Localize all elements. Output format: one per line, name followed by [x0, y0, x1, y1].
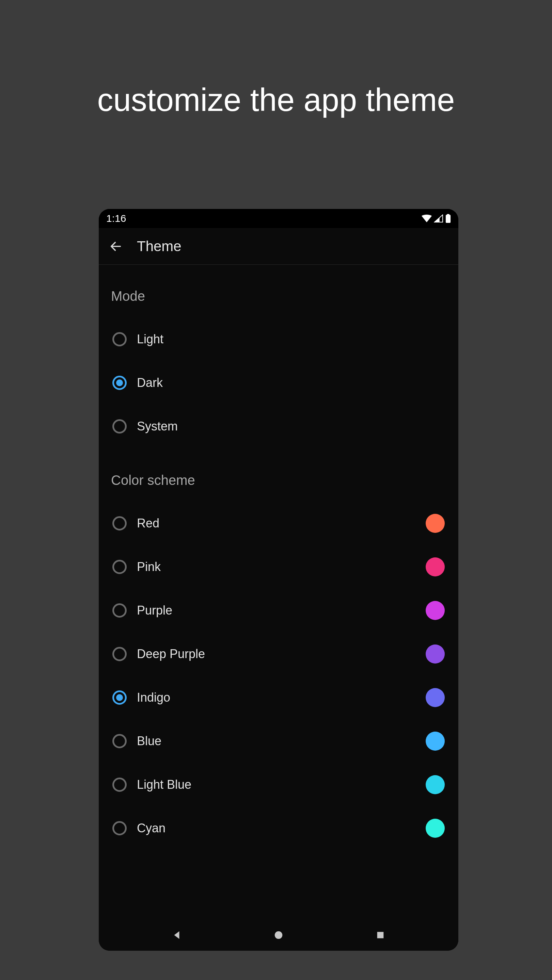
color-swatch — [426, 775, 445, 794]
color-option-label: Blue — [137, 734, 426, 748]
wifi-icon — [421, 215, 432, 223]
color-swatch — [426, 557, 445, 576]
mode-option-light[interactable]: Light — [99, 318, 458, 361]
mode-option-label: Dark — [137, 375, 445, 390]
radio-icon — [112, 734, 127, 748]
color-option-purple[interactable]: Purple — [99, 589, 458, 632]
radio-icon — [112, 332, 127, 347]
android-nav-bar — [99, 920, 458, 951]
color-option-label: Purple — [137, 603, 426, 617]
svg-point-2 — [275, 931, 282, 939]
cellular-icon — [434, 215, 444, 223]
color-option-red[interactable]: Red — [99, 501, 458, 545]
color-option-blue[interactable]: Blue — [99, 719, 458, 763]
arrow-left-icon — [109, 240, 123, 253]
radio-icon — [112, 778, 127, 792]
radio-icon — [112, 419, 127, 434]
nav-back-button[interactable] — [166, 925, 187, 945]
color-option-label: Pink — [137, 560, 426, 574]
battery-icon — [445, 214, 451, 223]
radio-icon — [112, 821, 127, 835]
color-option-label: Deep Purple — [137, 647, 426, 661]
radio-icon — [112, 603, 127, 617]
app-bar: Theme — [99, 228, 458, 265]
color-option-label: Cyan — [137, 821, 426, 835]
color-swatch — [426, 732, 445, 751]
back-button[interactable] — [108, 239, 123, 254]
mode-option-system[interactable]: System — [99, 404, 458, 448]
color-option-label: Red — [137, 516, 426, 530]
color-swatch — [426, 819, 445, 838]
promo-caption: customize the app theme — [0, 82, 552, 118]
radio-icon — [112, 516, 127, 530]
color-option-deep-purple[interactable]: Deep Purple — [99, 632, 458, 676]
mode-section-header: Mode — [99, 288, 458, 304]
radio-icon — [112, 560, 127, 574]
mode-option-label: System — [137, 419, 445, 434]
svg-rect-1 — [447, 214, 449, 215]
color-swatch — [426, 514, 445, 533]
radio-icon — [112, 375, 127, 390]
triangle-back-icon — [172, 930, 182, 940]
status-bar: 1:16 — [99, 209, 458, 228]
color-swatch — [426, 688, 445, 707]
svg-rect-3 — [377, 932, 383, 939]
color-option-pink[interactable]: Pink — [99, 545, 458, 589]
radio-icon — [112, 690, 127, 705]
color-swatch — [426, 644, 445, 663]
mode-option-label: Light — [137, 332, 445, 347]
settings-content: Mode LightDarkSystem Color scheme RedPin… — [99, 265, 458, 920]
phone-frame: 1:16 Theme Mode LightDarkSystem Color sc… — [99, 209, 458, 951]
status-time: 1:16 — [106, 213, 126, 224]
color-option-light-blue[interactable]: Light Blue — [99, 763, 458, 807]
radio-icon — [112, 647, 127, 661]
square-recents-icon — [376, 930, 385, 940]
circle-home-icon — [273, 930, 284, 940]
nav-recents-button[interactable] — [370, 925, 391, 945]
color-option-indigo[interactable]: Indigo — [99, 676, 458, 719]
color-option-cyan[interactable]: Cyan — [99, 807, 458, 850]
nav-home-button[interactable] — [268, 925, 289, 945]
color-option-label: Indigo — [137, 690, 426, 705]
color-swatch — [426, 601, 445, 620]
svg-rect-0 — [446, 215, 450, 223]
color-option-label: Light Blue — [137, 778, 426, 792]
color-section-header: Color scheme — [99, 473, 458, 488]
page-title: Theme — [137, 238, 182, 255]
mode-option-dark[interactable]: Dark — [99, 361, 458, 404]
